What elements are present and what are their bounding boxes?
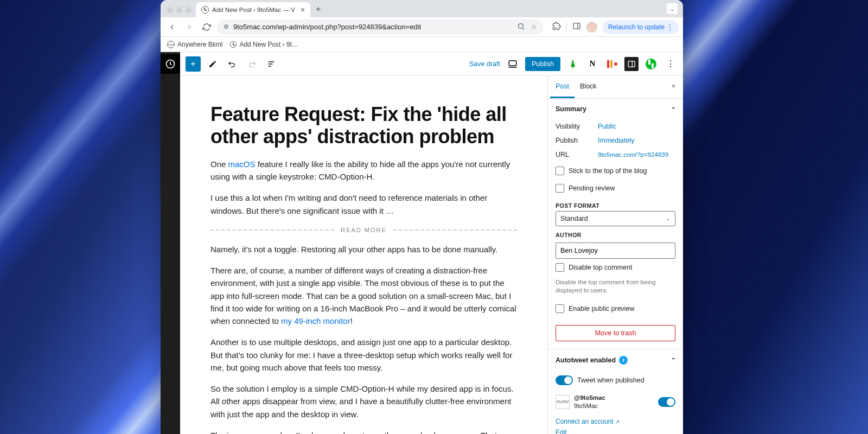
wordpress-app: + Save draft Publish N ⋮: [161, 52, 683, 434]
paragraph[interactable]: The issue comes when I'm done, and want …: [210, 429, 517, 434]
bookmark-star-icon[interactable]: ☆: [531, 23, 537, 31]
disable-top-checkbox[interactable]: [556, 263, 564, 272]
bookmark-addnew[interactable]: Add New Post ‹ 9t…: [230, 41, 298, 48]
panel-summary-head[interactable]: Summary ⌃: [548, 99, 683, 119]
tweet-when-toggle[interactable]: [556, 375, 573, 385]
publish-button[interactable]: Publish: [525, 57, 560, 71]
editor-main: + Save draft Publish N ⋮: [180, 52, 683, 434]
post-title[interactable]: Feature Request: Fix the 'hide all other…: [210, 103, 517, 148]
edit-link[interactable]: Edit: [556, 429, 567, 434]
panel-autotweet-head[interactable]: Autotweet enabled t ⌃: [548, 349, 683, 371]
relaunch-button[interactable]: Relaunch to update ⋮: [603, 20, 679, 34]
tab-block[interactable]: Block: [575, 76, 602, 98]
save-draft-button[interactable]: Save draft: [469, 60, 500, 68]
url-text: 9to5mac.com/wp-admin/post.php?post=92483…: [233, 23, 513, 31]
svg-rect-1: [573, 23, 580, 29]
preview-button[interactable]: [506, 57, 520, 71]
connect-account-link[interactable]: Connect an account: [556, 418, 620, 425]
search-icon[interactable]: [517, 22, 525, 32]
macos-link[interactable]: macOS: [228, 159, 256, 169]
settings-sidebar-toggle[interactable]: [624, 57, 639, 71]
row-pending: Pending review: [556, 180, 675, 197]
account-avatar: 9to5M: [556, 395, 570, 409]
settings-sidebar: Post Block × Summary ⌃ Visibility Publi: [547, 76, 683, 434]
monitor-link[interactable]: my 49-inch monitor: [281, 316, 350, 326]
back-button[interactable]: [165, 20, 179, 34]
paragraph[interactable]: Namely, it's not a toggle. Restoring all…: [210, 243, 517, 256]
post-format-heading: POST FORMAT: [556, 202, 675, 209]
pending-checkbox[interactable]: [556, 184, 564, 193]
paragraph[interactable]: Another is to use multiple desktops, and…: [210, 336, 517, 374]
svg-rect-7: [509, 61, 516, 66]
zoom-window-icon[interactable]: [186, 7, 192, 13]
move-to-trash-button[interactable]: Move to trash: [556, 325, 675, 341]
panel-autotweet: Autotweet enabled t ⌃ Tweet when publish…: [548, 349, 683, 434]
close-tab-icon[interactable]: ×: [301, 5, 305, 14]
undo-button[interactable]: [225, 56, 240, 72]
row-disable-top: Disable top comment: [556, 259, 675, 276]
minimize-window-icon[interactable]: [176, 7, 182, 13]
more-icon: ⋮: [667, 23, 673, 31]
site-info-icon[interactable]: ⚙: [224, 23, 229, 30]
dash-line: [210, 229, 334, 231]
block-inserter-button[interactable]: +: [186, 56, 201, 72]
browser-window: Add New Post ‹ 9to5Mac — V × + ⌄ ⚙ 9to5m…: [161, 0, 683, 434]
bookmark-anywhere[interactable]: Anywhere Bkml: [167, 41, 222, 48]
profile-avatar[interactable]: [586, 22, 597, 33]
clock-favicon-icon: [201, 6, 209, 14]
clock-favicon-icon: [230, 41, 237, 48]
dash-line: [393, 229, 517, 231]
row-visibility: Visibility Public: [556, 119, 675, 133]
new-tab-button[interactable]: +: [310, 4, 326, 17]
editor-body: Feature Request: Fix the 'hide all other…: [180, 76, 683, 434]
chevron-up-icon: ⌃: [671, 357, 675, 363]
post-editor[interactable]: Feature Request: Fix the 'hide all other…: [180, 76, 547, 434]
globe-icon: [167, 41, 175, 48]
paragraph[interactable]: One macOS feature I really like is the a…: [210, 158, 517, 183]
visibility-value[interactable]: Public: [598, 123, 616, 130]
extensions-icon[interactable]: [552, 22, 561, 33]
yoast-icon[interactable]: [605, 57, 619, 71]
browser-tab[interactable]: Add New Post ‹ 9to5Mac — V ×: [196, 2, 310, 17]
panel-summary: Summary ⌃ Visibility Public Publish Imme…: [548, 99, 683, 349]
author-heading: AUTHOR: [556, 232, 675, 238]
tab-list-dropdown[interactable]: ⌄: [667, 3, 678, 14]
side-panel-icon[interactable]: [572, 22, 581, 33]
imagify-icon[interactable]: [566, 57, 580, 71]
tab-post[interactable]: Post: [550, 76, 575, 98]
paragraph[interactable]: There are, of course, a number of differ…: [210, 264, 517, 327]
paragraph[interactable]: I use this a lot when I'm writing and do…: [210, 192, 517, 217]
window-controls: [165, 7, 196, 17]
row-public-preview: Enable public preview: [556, 300, 675, 317]
tab-bar: Add New Post ‹ 9to5Mac — V × + ⌄: [161, 0, 683, 17]
relaunch-label: Relaunch to update: [608, 23, 665, 31]
reload-button[interactable]: [200, 20, 214, 34]
paragraph[interactable]: So the solution I employ is a simple CMD…: [210, 382, 517, 420]
svg-point-0: [518, 23, 523, 28]
omnibox[interactable]: ⚙ 9to5mac.com/wp-admin/post.php?post=924…: [217, 20, 544, 35]
jetpack-icon[interactable]: [644, 57, 658, 71]
row-stick: Stick to the top of the blog: [556, 162, 675, 180]
separator: [566, 22, 567, 32]
admin-dashboard-icon[interactable]: [161, 54, 180, 74]
url-value[interactable]: 9to5mac.com/?p=924839: [598, 151, 668, 159]
forward-button[interactable]: [182, 20, 196, 34]
close-window-icon[interactable]: [167, 7, 173, 13]
document-outline-button[interactable]: [264, 56, 279, 72]
omnibox-actions: ☆: [517, 22, 537, 32]
twitter-account-row: 9to5M @9to5mac 9to5Mac: [556, 390, 675, 414]
publish-value[interactable]: Immediately: [598, 137, 634, 144]
redo-button[interactable]: [244, 56, 259, 72]
read-more-block[interactable]: READ MORE: [210, 227, 517, 233]
tools-button[interactable]: [205, 56, 220, 72]
options-menu[interactable]: ⋮: [663, 57, 678, 71]
author-input[interactable]: [556, 242, 675, 259]
apple-news-icon[interactable]: N: [585, 57, 599, 71]
admin-rail: [161, 52, 180, 434]
chevron-down-icon: ⌄: [666, 216, 671, 221]
account-toggle[interactable]: [658, 397, 675, 407]
post-format-select[interactable]: Standard ⌄: [556, 211, 675, 226]
close-sidebar-icon[interactable]: ×: [666, 76, 681, 98]
public-preview-checkbox[interactable]: [556, 304, 564, 313]
stick-checkbox[interactable]: [556, 167, 564, 175]
